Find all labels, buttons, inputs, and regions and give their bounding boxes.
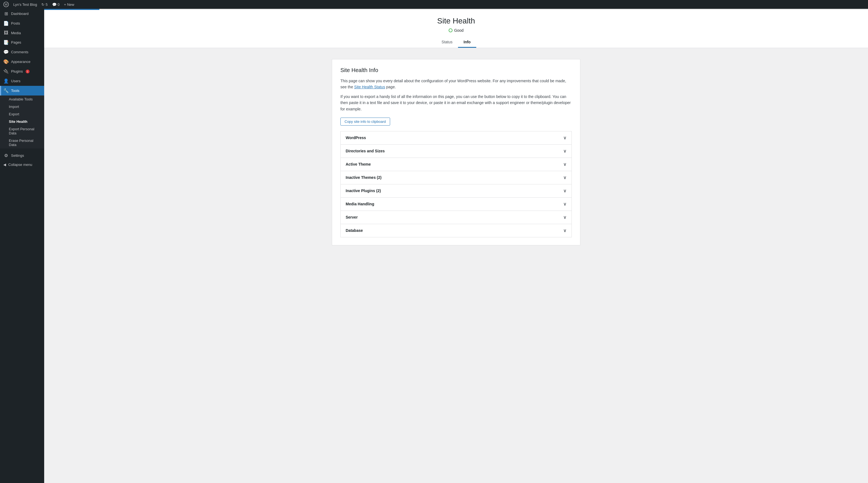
sidebar-item-settings[interactable]: ⚙ Settings — [0, 151, 44, 160]
submenu-item-export-personal-data[interactable]: Export Personal Data — [0, 125, 44, 137]
page-title: Site Health — [50, 17, 863, 25]
sidebar-item-tools[interactable]: 🔧 Tools — [0, 86, 44, 96]
users-icon: 👤 — [3, 78, 9, 84]
status-text: Good — [454, 28, 464, 33]
chevron-down-icon-media-handling: ∨ — [563, 201, 566, 207]
accordion-item-wordpress: WordPress ∨ — [341, 131, 571, 144]
tools-icon: 🔧 — [3, 88, 9, 93]
sidebar-item-users[interactable]: 👤 Users — [0, 76, 44, 86]
admin-bar: W Lyn's Test Blog ↻ 5 💬 0 + New — [0, 0, 868, 9]
tools-submenu: Available Tools Import Export Site Healt… — [0, 96, 44, 149]
chevron-down-icon-inactive-themes: ∨ — [563, 175, 566, 180]
site-health-status-link[interactable]: Site Health Status — [354, 85, 385, 89]
submenu-item-import[interactable]: Import — [0, 103, 44, 110]
submenu-item-export[interactable]: Export — [0, 110, 44, 118]
sidebar-item-appearance[interactable]: 🎨 Appearance — [0, 57, 44, 66]
dashboard-icon: ⊞ — [3, 11, 9, 16]
settings-icon: ⚙ — [3, 153, 9, 158]
wp-logo[interactable]: W — [3, 2, 9, 7]
accordion-header-media-handling[interactable]: Media Handling ∨ — [341, 198, 571, 211]
comments-link[interactable]: 💬 0 — [52, 2, 60, 7]
sidebar-item-plugins[interactable]: 🔌 Plugins 1 — [0, 66, 44, 76]
site-health-header: Site Health Good Status Info — [44, 10, 868, 48]
accordion-header-wordpress[interactable]: WordPress ∨ — [341, 131, 571, 144]
accordion-item-active-theme: Active Theme ∨ — [341, 158, 571, 171]
chevron-down-icon-inactive-plugins: ∨ — [563, 188, 566, 193]
accordion-header-active-theme[interactable]: Active Theme ∨ — [341, 158, 571, 171]
info-description-2: If you want to export a handy list of al… — [340, 94, 572, 112]
plugins-icon: 🔌 — [3, 69, 9, 74]
accordion-item-inactive-plugins: Inactive Plugins (2) ∨ — [341, 184, 571, 198]
chevron-down-icon-active-theme: ∨ — [563, 162, 566, 167]
copy-site-info-button[interactable]: Copy site info to clipboard — [340, 118, 390, 126]
tab-status[interactable]: Status — [436, 37, 458, 48]
active-indicator — [0, 86, 1, 96]
sidebar-item-media[interactable]: 🖼 Media — [0, 28, 44, 37]
accordion-header-inactive-themes[interactable]: Inactive Themes (2) ∨ — [341, 171, 571, 184]
accordion-item-database: Database ∨ — [341, 224, 571, 237]
media-icon: 🖼 — [3, 30, 9, 35]
accordion-item-media-handling: Media Handling ∨ — [341, 198, 571, 211]
submenu-item-erase-personal-data[interactable]: Erase Personal Data — [0, 137, 44, 149]
comments-icon: 💬 — [3, 50, 9, 55]
chevron-down-icon-database: ∨ — [563, 228, 566, 233]
status-circle-good — [448, 28, 453, 32]
accordion-header-directories-and-sizes[interactable]: Directories and Sizes ∨ — [341, 144, 571, 158]
chevron-down-icon-wordpress: ∨ — [563, 135, 566, 140]
info-description-1: This page can show you every detail abou… — [340, 78, 572, 90]
chevron-down-icon-directories: ∨ — [563, 149, 566, 154]
submenu-item-available-tools[interactable]: Available Tools — [0, 96, 44, 103]
accordion: WordPress ∨ Directories and Sizes ∨ Acti… — [340, 131, 572, 237]
accordion-header-database[interactable]: Database ∨ — [341, 224, 571, 237]
main-content: Site Health Good Status Info Site Health… — [44, 9, 868, 483]
collapse-menu-button[interactable]: ◀ Collapse menu — [0, 160, 44, 169]
tab-info[interactable]: Info — [458, 37, 476, 48]
accordion-item-directories-and-sizes: Directories and Sizes ∨ — [341, 144, 571, 158]
accordion-item-inactive-themes: Inactive Themes (2) ∨ — [341, 171, 571, 184]
sidebar-item-pages[interactable]: 📑 Pages — [0, 37, 44, 47]
posts-icon: 📄 — [3, 21, 9, 26]
accordion-item-server: Server ∨ — [341, 211, 571, 224]
sidebar: ⊞ Dashboard 📄 Posts 🖼 Media 📑 Pages 💬 Co… — [0, 9, 44, 483]
chevron-down-icon-server: ∨ — [563, 215, 566, 220]
new-content-link[interactable]: + New — [64, 2, 74, 7]
site-health-status: Good — [50, 28, 863, 33]
accordion-header-inactive-plugins[interactable]: Inactive Plugins (2) ∨ — [341, 184, 571, 197]
sidebar-item-dashboard[interactable]: ⊞ Dashboard — [0, 9, 44, 19]
appearance-icon: 🎨 — [3, 59, 9, 64]
info-section-title: Site Health Info — [340, 67, 572, 73]
collapse-icon: ◀ — [3, 163, 6, 167]
plugins-badge: 1 — [26, 69, 30, 73]
site-name[interactable]: Lyn's Test Blog — [13, 2, 37, 7]
sidebar-item-posts[interactable]: 📄 Posts — [0, 19, 44, 28]
accordion-header-server[interactable]: Server ∨ — [341, 211, 571, 224]
submenu-item-site-health[interactable]: Site Health — [0, 118, 44, 125]
pages-icon: 📑 — [3, 40, 9, 45]
info-section: Site Health Info This page can show you … — [332, 59, 580, 245]
sidebar-item-comments[interactable]: 💬 Comments — [0, 47, 44, 57]
site-health-tabs: Status Info — [50, 37, 863, 48]
updates-link[interactable]: ↻ 5 — [41, 2, 48, 7]
sidebar-menu: ⊞ Dashboard 📄 Posts 🖼 Media 📑 Pages 💬 Co… — [0, 9, 44, 96]
svg-text:W: W — [5, 3, 8, 6]
